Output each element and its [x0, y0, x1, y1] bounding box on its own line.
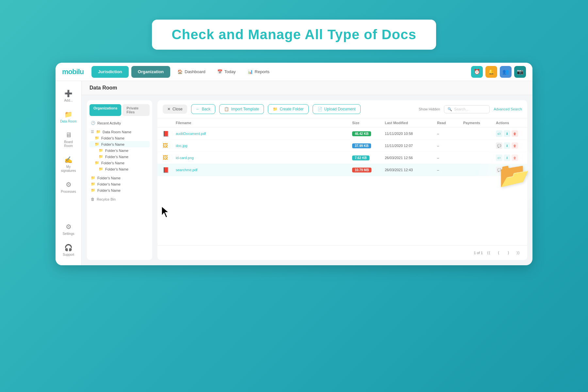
- page-next-button[interactable]: ⟩: [504, 249, 512, 257]
- filename-3[interactable]: id-card.png: [176, 156, 352, 160]
- tree-folder-2[interactable]: 📁 Folder's Name: [90, 141, 150, 147]
- table-row[interactable]: 🖼 doc.jpg 37.99 KB 11/11/2020 12:07 – 💬 …: [157, 140, 527, 152]
- bell-button[interactable]: 🔔: [485, 66, 497, 78]
- pdf-icon: 📕: [163, 167, 169, 173]
- tag-action[interactable]: 🏷: [496, 130, 502, 137]
- pdf-icon: 📕: [163, 131, 169, 137]
- tree-folder-6[interactable]: 📁 Folder's Name: [90, 187, 150, 193]
- close-icon: ✕: [167, 107, 171, 111]
- page-header: Data Room: [82, 81, 532, 95]
- sidebar: ➕ Add... 📁 Data Room 🖥 Board Room ✍ My s…: [56, 81, 82, 265]
- sidebar-item-processes[interactable]: ⚙ Processes: [57, 177, 80, 197]
- pagination: 1 of 1 ⟨⟨ ⟨ ⟩ ⟩⟩: [157, 245, 527, 260]
- show-hidden-label[interactable]: Show Hidden: [419, 107, 440, 111]
- filename-2[interactable]: doc.jpg: [176, 144, 352, 148]
- search-icon: 🔍: [448, 107, 452, 111]
- tree-more-folders: 📁 Folder's Name 📁 Folder's Name 📁 Folder…: [90, 175, 150, 193]
- size-badge-2: 37.99 KB: [352, 143, 371, 148]
- size-badge-1: 46.42 KB: [352, 131, 371, 136]
- page-prev-button[interactable]: ⟨: [495, 249, 502, 257]
- support-icon: 🎧: [64, 244, 73, 252]
- tab-private-files[interactable]: Private Files: [122, 104, 150, 116]
- tree-folder-4[interactable]: 📁 Folder's Name: [90, 175, 150, 181]
- add-icon: ➕: [64, 90, 73, 97]
- clock-button[interactable]: ⏰: [471, 66, 483, 78]
- filename-4[interactable]: searchme.pdf: [176, 168, 352, 172]
- size-badge-4: 10.79 MB: [352, 168, 371, 172]
- recycle-bin[interactable]: 🗑 Recylce Bin: [90, 196, 150, 203]
- main-content: Organizations Private Files 🕐 Recent Act…: [82, 95, 532, 265]
- advanced-search-link[interactable]: Advanced Search: [494, 107, 522, 111]
- pagination-info: 1 of 1: [474, 251, 483, 255]
- table-row[interactable]: 📕 auditDocument.pdf 46.42 KB 11/11/2020 …: [157, 128, 527, 140]
- users-button[interactable]: 👥: [500, 66, 512, 78]
- table-row[interactable]: 📕 searchme.pdf 10.79 MB 26/03/2021 12:43…: [157, 164, 527, 176]
- img-icon: 🖼: [163, 143, 168, 148]
- tree-folder-2a[interactable]: 📁 Folder's Name: [90, 147, 150, 154]
- back-icon: ←: [196, 107, 200, 111]
- page-first-button[interactable]: ⟨⟨: [485, 249, 493, 257]
- col-actions: Actions: [496, 121, 522, 125]
- read-2: –: [437, 144, 463, 148]
- nav-dashboard[interactable]: 🏠 Dashboard: [173, 69, 210, 74]
- page-last-button[interactable]: ⟩⟩: [514, 249, 522, 257]
- sidebar-item-support[interactable]: 🎧 Support: [57, 240, 80, 260]
- modified-2: 11/11/2020 12:07: [385, 144, 437, 148]
- modified-3: 26/03/2021 12:56: [385, 156, 437, 160]
- read-3: –: [437, 156, 463, 160]
- tree-recent: 🕐 Recent Activity: [90, 120, 150, 126]
- tree-folder-2b[interactable]: 📁 Folder's Name: [90, 154, 150, 160]
- comment-action[interactable]: 💬: [496, 142, 502, 149]
- col-size: Size: [352, 121, 385, 125]
- tree-folder-1[interactable]: 📁 Folder's Name: [90, 135, 150, 141]
- app-container: 📂 mobilu Jurisdiction Organization 🏠 Das…: [56, 63, 532, 265]
- sidebar-item-settings[interactable]: ⚙ Settings: [57, 220, 80, 239]
- sidebar-item-signatures[interactable]: ✍ My signatures: [57, 153, 80, 176]
- delete-action[interactable]: 🗑: [512, 130, 518, 137]
- logo: mobilu: [62, 68, 84, 76]
- settings-icon: ⚙: [66, 223, 72, 231]
- signatures-icon: ✍: [64, 156, 73, 164]
- nav-actions: ⏰ 🔔 👥 📷: [471, 66, 526, 78]
- sidebar-item-add[interactable]: ➕ Add...: [57, 86, 80, 106]
- tree-folder-5[interactable]: 📁 Folder's Name: [90, 181, 150, 187]
- create-folder-button[interactable]: 📁 Create Folder: [268, 104, 308, 114]
- img-icon: 🖼: [163, 155, 168, 160]
- processes-icon: ⚙: [66, 181, 72, 188]
- read-4: –: [437, 168, 463, 172]
- page-title: Check and Manage All Type of Docs: [172, 27, 416, 42]
- tree-recent-activity[interactable]: 🕐 Recent Activity: [90, 120, 150, 126]
- file-table: 📕 auditDocument.pdf 46.42 KB 11/11/2020 …: [157, 128, 527, 245]
- read-1: –: [437, 132, 463, 136]
- tab-organization[interactable]: Organization: [131, 66, 170, 78]
- tab-organizations[interactable]: Organizations: [90, 104, 121, 116]
- tree-folder-3a[interactable]: 📁 Folder's Name: [90, 166, 150, 172]
- tab-jurisdiction[interactable]: Jurisdiction: [91, 66, 129, 78]
- fm-toolbar: ✕ Close ← Back 📋 Import Template 📁: [157, 100, 527, 118]
- video-button[interactable]: 📷: [514, 66, 526, 78]
- upload-document-button[interactable]: 📄 Upload Document: [313, 104, 361, 114]
- import-icon: 📋: [224, 107, 229, 111]
- sidebar-item-data-room[interactable]: 📁 Data Room: [57, 107, 80, 127]
- sidebar-item-board-room[interactable]: 🖥 Board Room: [57, 128, 80, 151]
- app-body: ➕ Add... 📁 Data Room 🖥 Board Room ✍ My s…: [56, 81, 532, 265]
- import-template-button[interactable]: 📋 Import Template: [219, 104, 264, 114]
- back-button[interactable]: ← Back: [191, 104, 216, 114]
- tree-data-room: ☰ 📁 Data Room Name 📁 Folder's Name 📁 Fol…: [90, 129, 150, 172]
- top-nav: mobilu Jurisdiction Organization 🏠 Dashb…: [56, 63, 532, 81]
- close-button[interactable]: ✕ Close: [163, 105, 187, 114]
- table-row[interactable]: 🖼 id-card.png 7.62 KB 26/03/2021 12:56 –…: [157, 152, 527, 164]
- download-action[interactable]: ⬇: [504, 130, 510, 137]
- page-area: Data Room Organizations Private Files 🕐 …: [82, 81, 532, 265]
- nav-reports[interactable]: 📊 Reports: [243, 69, 274, 74]
- size-badge-3: 7.62 KB: [352, 155, 369, 160]
- tree-data-room-name[interactable]: ☰ 📁 Data Room Name: [90, 129, 150, 135]
- tree-tabs: Organizations Private Files: [90, 104, 150, 116]
- filename-1[interactable]: auditDocument.pdf: [176, 132, 352, 136]
- actions-1: 🏷 ⬇ 🗑: [496, 130, 522, 137]
- folder-big-icon: 📂: [499, 161, 530, 190]
- search-box[interactable]: 🔍 Search...: [444, 105, 490, 113]
- tree-folder-3[interactable]: 📁 Folder's Name: [90, 160, 150, 166]
- upload-icon: 📄: [318, 107, 322, 111]
- nav-today[interactable]: 📅 Today: [213, 69, 240, 74]
